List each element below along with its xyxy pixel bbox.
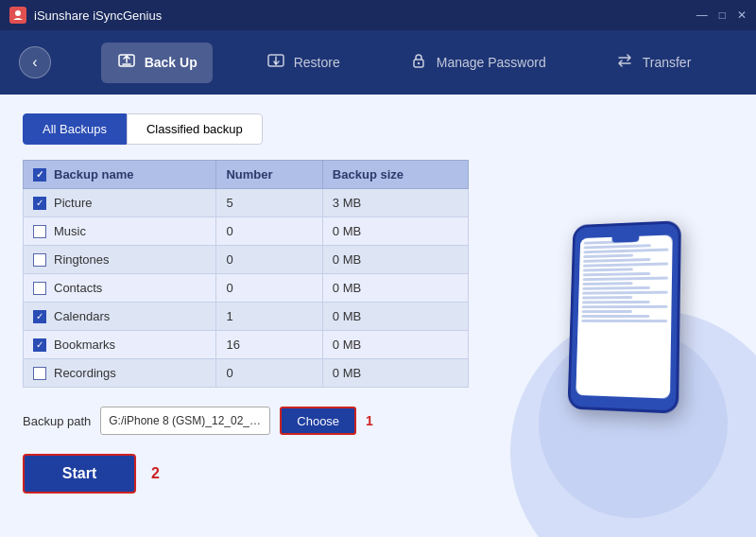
svg-point-0: [15, 10, 21, 16]
table-cell-name: Picture: [24, 189, 216, 217]
start-btn-row: Start 2: [23, 454, 469, 494]
row-checkbox-1[interactable]: [33, 225, 46, 238]
table-cell-number: 5: [216, 189, 322, 217]
table-cell-name: Music: [24, 217, 216, 246]
backup-path-input[interactable]: [100, 407, 270, 435]
table-cell-size: 0 MB: [322, 359, 468, 388]
table-cell-size: 0 MB: [322, 274, 468, 303]
phone-line-12: [582, 291, 668, 295]
row-name-2: Ringtones: [54, 252, 110, 267]
table-cell-size: 0 MB: [322, 246, 468, 274]
table-cell-name: Bookmarks: [24, 331, 216, 359]
maximize-button[interactable]: □: [719, 9, 726, 22]
nav-tab-restore[interactable]: Restore: [250, 43, 355, 83]
backup-icon: [116, 50, 137, 76]
tab-all-backups[interactable]: All Backups: [23, 113, 127, 145]
nav-tabs: Back Up Restore Manage Password: [70, 43, 737, 83]
nav-tab-backup-label: Back Up: [145, 55, 198, 70]
backup-table: Backup name Number Backup size Picture 5…: [23, 160, 469, 388]
backup-path-label: Backup path: [23, 414, 91, 428]
svg-point-7: [418, 61, 420, 63]
app-title: iSunshare iSyncGenius: [34, 9, 162, 23]
table-cell-number: 0: [216, 217, 322, 246]
right-panel: [491, 95, 756, 537]
phone-line-4: [583, 254, 633, 258]
table-cell-number: 16: [216, 331, 322, 359]
table-row: Calendars 10 MB: [24, 303, 469, 331]
table-cell-size: 0 MB: [322, 331, 468, 359]
row-name-3: Contacts: [54, 281, 102, 295]
phone-line-16: [582, 310, 633, 313]
col-header-name: Backup name: [24, 161, 216, 189]
nav-tab-restore-label: Restore: [294, 55, 340, 70]
phone-line-13: [582, 296, 633, 299]
back-button[interactable]: ‹: [19, 46, 51, 78]
table-row: Ringtones 00 MB: [24, 246, 469, 274]
content-tabs: All Backups Classified backup: [23, 113, 469, 145]
col-header-size: Backup size: [322, 161, 468, 189]
phone-line-11: [582, 286, 650, 290]
phone-screen-content: [576, 234, 672, 398]
select-all-checkbox[interactable]: [33, 168, 46, 182]
nav-tab-manage-password[interactable]: Manage Password: [393, 43, 561, 83]
table-row: Recordings 00 MB: [24, 359, 469, 388]
nav-tab-backup[interactable]: Back Up: [101, 43, 213, 83]
phone-line-7: [583, 268, 633, 271]
phone-line-15: [582, 305, 668, 308]
row-checkbox-2[interactable]: [33, 253, 46, 267]
table-row: Bookmarks 160 MB: [24, 331, 469, 359]
nav-tab-transfer[interactable]: Transfer: [599, 43, 707, 83]
phone-line-9: [583, 277, 668, 282]
row-checkbox-6[interactable]: [33, 367, 46, 380]
row-checkbox-5[interactable]: [33, 338, 46, 352]
nav-bar: ‹ Back Up Restore: [0, 30, 756, 95]
title-bar: iSunshare iSyncGenius — □ ✕: [0, 0, 756, 30]
lock-icon: [408, 50, 429, 76]
tab-classified-backup[interactable]: Classified backup: [127, 113, 263, 145]
table-cell-name: Contacts: [24, 274, 216, 303]
table-cell-size: 0 MB: [322, 303, 468, 331]
phone-notch: [612, 236, 640, 243]
table-cell-name: Ringtones: [24, 246, 216, 274]
transfer-icon: [614, 50, 635, 76]
phone-line-3: [583, 249, 668, 254]
title-bar-left: iSunshare iSyncGenius: [9, 7, 162, 24]
nav-tab-manage-password-label: Manage Password: [437, 55, 546, 70]
step2-number: 2: [151, 465, 160, 482]
minimize-button[interactable]: —: [696, 9, 708, 22]
close-button[interactable]: ✕: [737, 9, 747, 22]
row-name-4: Calendars: [54, 309, 110, 323]
phone-screen: [576, 234, 672, 398]
table-header-row: Backup name Number Backup size: [24, 161, 469, 189]
phone-line-10: [582, 282, 632, 286]
phone-line-14: [582, 301, 650, 303]
table-cell-number: 0: [216, 246, 322, 274]
table-cell-number: 1: [216, 303, 322, 331]
phone-line-5: [583, 258, 651, 263]
table-cell-number: 0: [216, 359, 322, 388]
phone-line-18: [581, 320, 667, 322]
start-button[interactable]: Start: [23, 454, 136, 494]
title-bar-controls: — □ ✕: [696, 9, 747, 22]
table-row: Contacts 00 MB: [24, 274, 469, 303]
row-name-6: Recordings: [54, 366, 116, 380]
row-checkbox-3[interactable]: [33, 282, 46, 295]
phone-illustration: [567, 220, 680, 414]
app-icon: [9, 7, 26, 24]
table-cell-name: Calendars: [24, 303, 216, 331]
nav-tab-transfer-label: Transfer: [643, 55, 692, 70]
row-name-1: Music: [54, 224, 86, 238]
backup-path-row: Backup path Choose 1: [23, 407, 469, 435]
main-content: All Backups Classified backup Backup nam…: [0, 95, 756, 537]
col-header-number: Number: [216, 161, 322, 189]
row-checkbox-4[interactable]: [33, 310, 46, 323]
phone-line-17: [581, 315, 649, 318]
table-row: Picture 53 MB: [24, 189, 469, 217]
table-row: Music 00 MB: [24, 217, 469, 246]
choose-button[interactable]: Choose: [280, 407, 356, 435]
row-checkbox-0[interactable]: [33, 197, 46, 210]
restore-icon: [266, 50, 286, 76]
row-name-5: Bookmarks: [54, 338, 115, 352]
row-name-0: Picture: [54, 196, 92, 210]
phone-line-6: [583, 263, 668, 268]
